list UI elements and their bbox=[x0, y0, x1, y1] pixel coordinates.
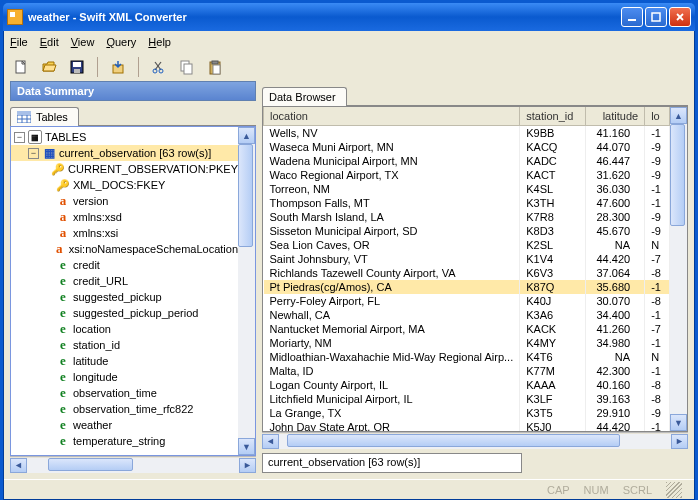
cell-latitude: 44.420 bbox=[586, 420, 645, 431]
copy-button[interactable] bbox=[176, 56, 198, 78]
tree-root[interactable]: −▦TABLES bbox=[11, 129, 238, 145]
col-longitude[interactable]: lo bbox=[645, 107, 670, 126]
resize-grip[interactable] bbox=[666, 482, 682, 498]
tree-field[interactable]: ecredit bbox=[11, 257, 238, 273]
element-icon: e bbox=[56, 402, 70, 416]
tree-view[interactable]: −▦TABLES−▦current_observation [63 row(s)… bbox=[11, 127, 238, 455]
tree-field-label: temperature_string bbox=[73, 435, 165, 447]
scroll-down-icon[interactable]: ▼ bbox=[238, 438, 255, 455]
tab-tables[interactable]: Tables bbox=[10, 107, 79, 126]
table-row[interactable]: La Grange, TXK3T529.910-9 bbox=[264, 406, 670, 420]
table-row[interactable]: Sisseton Municipal Airport, SDK8D345.670… bbox=[264, 224, 670, 238]
table-row[interactable]: Richlands Tazewell County Airport, VAK6V… bbox=[264, 266, 670, 280]
save-button[interactable] bbox=[66, 56, 88, 78]
tree-field[interactable]: axsi:noNamespaceSchemaLocation bbox=[11, 241, 238, 257]
menu-help[interactable]: Help bbox=[148, 36, 171, 48]
table-row[interactable]: Pt Piedras(cg/Amos), CAK87Q35.680-1 bbox=[264, 280, 670, 294]
minimize-button[interactable] bbox=[621, 7, 643, 27]
tree-vscroll-thumb[interactable] bbox=[238, 144, 253, 247]
app-icon bbox=[7, 9, 23, 25]
tree-hscroll-thumb[interactable] bbox=[48, 458, 133, 471]
tree-hscroll[interactable]: ◄ ► bbox=[10, 456, 256, 473]
tree-vscroll[interactable]: ▲ ▼ bbox=[238, 127, 255, 455]
close-button[interactable] bbox=[669, 7, 691, 27]
tree-field[interactable]: aversion bbox=[11, 193, 238, 209]
scroll-right-icon[interactable]: ► bbox=[671, 434, 688, 449]
table-row[interactable]: South Marsh Island, LAK7R828.300-9 bbox=[264, 210, 670, 224]
tree-table-node[interactable]: −▦current_observation [63 row(s)] bbox=[11, 145, 238, 161]
menu-view[interactable]: View bbox=[71, 36, 95, 48]
table-row[interactable]: Litchfield Municipal Airport, ILK3LF39.1… bbox=[264, 392, 670, 406]
table-icon: ▦ bbox=[42, 146, 56, 160]
scroll-left-icon[interactable]: ◄ bbox=[10, 458, 27, 473]
table-row[interactable]: Waco Regional Airport, TXKACT31.620-9 bbox=[264, 168, 670, 182]
col-location[interactable]: location bbox=[264, 107, 520, 126]
tree-field[interactable]: axmlns:xsi bbox=[11, 225, 238, 241]
paste-button[interactable] bbox=[204, 56, 226, 78]
table-row[interactable]: Perry-Foley Airport, FLK40J30.070-8 bbox=[264, 294, 670, 308]
col-latitude[interactable]: latitude bbox=[586, 107, 645, 126]
tree-field[interactable]: 🔑XML_DOCS:FKEY bbox=[11, 177, 238, 193]
tree-field[interactable]: ecredit_URL bbox=[11, 273, 238, 289]
svg-rect-14 bbox=[184, 64, 192, 74]
import-button[interactable] bbox=[107, 56, 129, 78]
table-row[interactable]: Midloathian-Waxahachie Mid-Way Regional … bbox=[264, 350, 670, 364]
table-row[interactable]: Sea Lion Caves, ORK2SLNAN bbox=[264, 238, 670, 252]
table-row[interactable]: Thompson Falls, MTK3TH47.600-1 bbox=[264, 196, 670, 210]
collapse-icon[interactable]: − bbox=[14, 132, 25, 143]
tree-field[interactable]: elatitude bbox=[11, 353, 238, 369]
table-row[interactable]: Wadena Municipal Airport, MNKADC46.447-9 bbox=[264, 154, 670, 168]
tree-field[interactable]: elocation bbox=[11, 321, 238, 337]
grid-hscroll[interactable]: ◄ ► bbox=[262, 432, 688, 449]
table-row[interactable]: Torreon, NMK4SL36.030-1 bbox=[264, 182, 670, 196]
tree-field[interactable]: eobservation_time bbox=[11, 385, 238, 401]
tree-field[interactable]: esuggested_pickup bbox=[11, 289, 238, 305]
element-icon: e bbox=[56, 306, 70, 320]
tree-field[interactable]: elongitude bbox=[11, 369, 238, 385]
collapse-icon[interactable]: − bbox=[28, 148, 39, 159]
new-button[interactable] bbox=[10, 56, 32, 78]
table-row[interactable]: Saint Johnsbury, VTK1V444.420-7 bbox=[264, 252, 670, 266]
table-row[interactable]: Logan County Airport, ILKAAA40.160-8 bbox=[264, 378, 670, 392]
table-row[interactable]: Wells, NVK9BB41.160-1 bbox=[264, 126, 670, 141]
grid-hscroll-thumb[interactable] bbox=[287, 434, 620, 447]
table-row[interactable]: Moriarty, NMK4MY34.980-1 bbox=[264, 336, 670, 350]
table-row[interactable]: Newhall, CAK3A634.400-1 bbox=[264, 308, 670, 322]
tree-field[interactable]: eweather bbox=[11, 417, 238, 433]
tree-field[interactable]: axmlns:xsd bbox=[11, 209, 238, 225]
menu-edit[interactable]: Edit bbox=[40, 36, 59, 48]
table-row[interactable]: Waseca Muni Airport, MNKACQ44.070-9 bbox=[264, 140, 670, 154]
scroll-up-icon[interactable]: ▲ bbox=[670, 107, 687, 124]
svg-rect-0 bbox=[628, 19, 636, 21]
cell-location: Waco Regional Airport, TX bbox=[264, 168, 520, 182]
scroll-left-icon[interactable]: ◄ bbox=[262, 434, 279, 449]
titlebar[interactable]: weather - Swift XML Converter bbox=[3, 3, 695, 31]
cell-station-id: K3A6 bbox=[520, 308, 586, 322]
tree-field[interactable]: eobservation_time_rfc822 bbox=[11, 401, 238, 417]
grid-vscroll-thumb[interactable] bbox=[670, 124, 685, 226]
tab-data-browser[interactable]: Data Browser bbox=[262, 87, 347, 106]
menu-file[interactable]: File bbox=[10, 36, 28, 48]
tree-field[interactable]: esuggested_pickup_period bbox=[11, 305, 238, 321]
menu-query[interactable]: Query bbox=[106, 36, 136, 48]
table-row[interactable]: Nantucket Memorial Airport, MAKACK41.260… bbox=[264, 322, 670, 336]
cell-location: South Marsh Island, LA bbox=[264, 210, 520, 224]
table-row[interactable]: John Day State Arpt, ORK5J044.420-1 bbox=[264, 420, 670, 431]
tree-field[interactable]: 🔑CURRENT_OBSERVATION:PKEY bbox=[11, 161, 238, 177]
maximize-button[interactable] bbox=[645, 7, 667, 27]
col-station-id[interactable]: station_id bbox=[520, 107, 586, 126]
open-button[interactable] bbox=[38, 56, 60, 78]
table-row[interactable]: Malta, IDK77M42.300-1 bbox=[264, 364, 670, 378]
scroll-right-icon[interactable]: ► bbox=[239, 458, 256, 473]
scroll-up-icon[interactable]: ▲ bbox=[238, 127, 255, 144]
tree-field[interactable]: estation_id bbox=[11, 337, 238, 353]
data-grid[interactable]: location station_id latitude lo Wells, N… bbox=[263, 107, 670, 431]
tab-tables-label: Tables bbox=[36, 111, 68, 123]
grid-vscroll[interactable]: ▲ ▼ bbox=[670, 107, 687, 431]
cut-button[interactable] bbox=[148, 56, 170, 78]
cell-station-id: K3LF bbox=[520, 392, 586, 406]
scroll-down-icon[interactable]: ▼ bbox=[670, 414, 687, 431]
tree-field-label: credit_URL bbox=[73, 275, 128, 287]
cell-station-id: K9BB bbox=[520, 126, 586, 141]
tree-field[interactable]: etemperature_string bbox=[11, 433, 238, 449]
